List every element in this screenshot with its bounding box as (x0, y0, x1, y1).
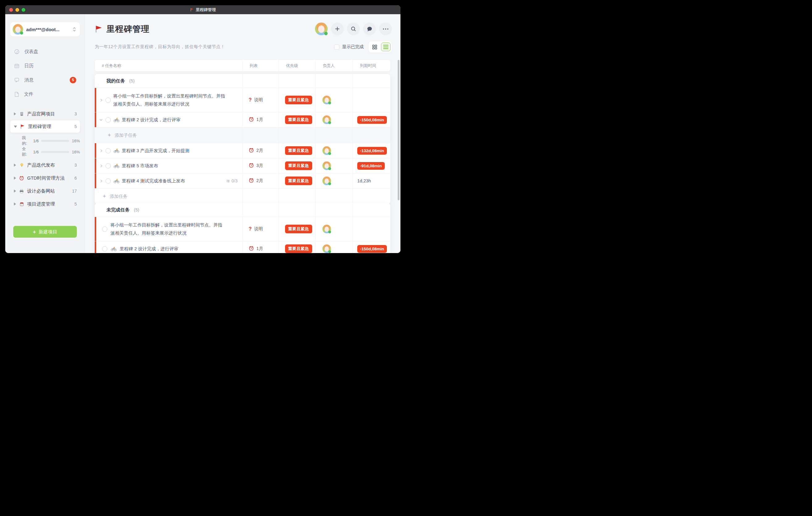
progress-percent: 16% (72, 150, 80, 154)
task-title: 里程碑 4 测试完成准备线上发布 (122, 177, 185, 185)
sidebar-item-messages[interactable]: 消息 5 (10, 73, 80, 87)
plus-icon (335, 26, 340, 32)
group-toggle[interactable]: 我的任务 (5) (95, 74, 242, 88)
group-toggle[interactable]: 未完成任务 (5) (95, 203, 242, 217)
task-row[interactable]: 里程碑 5 市场发布 3月 重要且紧急 -91d,08min (95, 158, 390, 173)
expand-arrow-icon[interactable] (14, 112, 16, 115)
chevron-down-icon[interactable] (99, 118, 103, 122)
task-row[interactable]: 里程碑 2 设计完成，进行评审 1月 重要且紧急 -150d,08min (95, 112, 390, 127)
project-label: GTD时间管理方法 (27, 175, 65, 181)
plus-icon: + (103, 193, 106, 200)
task-checkbox[interactable] (106, 148, 111, 153)
new-project-label: 新建项目 (38, 229, 57, 235)
progress-value: 1/6 (33, 150, 38, 154)
task-checkbox[interactable] (102, 227, 107, 232)
minimize-button[interactable] (16, 8, 19, 12)
group-count: (5) (129, 78, 135, 83)
sidebar-item-files[interactable]: 文件 (10, 87, 80, 101)
project-item-design-sites[interactable]: 设计必备网站 17 (10, 184, 80, 198)
new-project-button[interactable]: + 新建项目 (13, 226, 77, 238)
expand-arrow-icon[interactable] (14, 164, 16, 167)
task-checkbox[interactable] (106, 178, 111, 183)
show-completed-control[interactable]: 显示已完成 (334, 44, 364, 50)
page-header: 里程碑管理 (95, 24, 150, 34)
due-time-text: 1d,23h (357, 178, 371, 183)
app-window: 里程碑管理 adm***@doot... 仪表盘 日历 (5, 5, 401, 253)
chevron-right-icon[interactable] (99, 179, 103, 183)
maximize-button[interactable] (22, 8, 25, 12)
expand-arrow-icon[interactable] (14, 190, 16, 193)
cyclist-icon (111, 247, 117, 251)
vertical-scrollbar-thumb[interactable] (398, 60, 400, 200)
plus-icon: + (108, 132, 111, 139)
priority-badge: 重要且紧急 (285, 115, 312, 124)
task-checkbox[interactable] (106, 97, 111, 103)
close-button[interactable] (9, 8, 13, 12)
project-item-iteration[interactable]: 产品迭代发布 3 (10, 159, 80, 172)
project-item-schedule[interactable]: 项目进度管理 5 (10, 198, 80, 210)
expand-arrow-icon[interactable] (14, 202, 16, 205)
grid-view-button[interactable] (370, 42, 379, 51)
group-header: 我的任务 (5) (95, 74, 390, 88)
task-title: 里程碑 3 产品开发完成，开始提测 (122, 147, 190, 154)
column-header-list: 列表 (242, 60, 279, 71)
task-checkbox[interactable] (102, 246, 107, 252)
chevron-right-icon[interactable] (99, 164, 103, 168)
alarm-icon (249, 178, 254, 184)
add-subtask-row[interactable]: +添加子任务 (95, 127, 390, 143)
add-subtask-label: 添加子任务 (115, 133, 137, 138)
show-completed-label: 显示已完成 (342, 44, 364, 50)
task-row[interactable]: 里程碑 4 测试完成准备线上发布 0/3 2月 重要且紧急 1d,23h (95, 173, 390, 188)
collapse-arrow-icon[interactable] (14, 125, 17, 128)
chevron-right-icon[interactable] (99, 98, 103, 102)
progress-row-all: 全部: 1/6 16% (22, 146, 80, 157)
task-row[interactable]: 将小组一年工作目标拆解，设置出里程碑时间节点。并指派相关责任人。用标签来展示进行… (95, 88, 390, 112)
column-header-name: # 任务名称 (95, 60, 242, 71)
task-row[interactable]: 里程碑 3 产品开发完成，开始提测 2月 重要且紧急 -132d,08min (95, 143, 390, 158)
add-task-row[interactable]: +添加任务 (95, 188, 390, 204)
alarm-icon (19, 176, 24, 180)
group-count: (5) (134, 207, 139, 212)
chevron-right-icon[interactable] (99, 149, 103, 153)
assignee-avatar (322, 176, 331, 185)
red-flag-icon (95, 25, 103, 33)
task-checkbox[interactable] (106, 117, 111, 122)
task-row[interactable]: 将小组一年工作目标拆解，设置出里程碑时间节点。并指派相关责任人。用标签来展示进行… (95, 217, 390, 241)
task-list: 说明 (254, 226, 263, 232)
add-button[interactable] (331, 23, 344, 35)
list-view-button[interactable] (381, 42, 390, 51)
sidebar-item-dashboard[interactable]: 仪表盘 (10, 45, 80, 59)
sidebar-nav: 仪表盘 日历 消息 5 文件 (10, 45, 80, 101)
project-item-website[interactable]: 产品官网项目 3 (10, 107, 80, 120)
project-count: 5 (74, 202, 77, 206)
project-label: 产品官网项目 (27, 111, 55, 117)
sidebar-item-calendar[interactable]: 日历 (10, 59, 80, 73)
question-icon: ? (249, 97, 252, 103)
window-title: 里程碑管理 (196, 7, 216, 13)
more-button[interactable] (379, 23, 392, 35)
alarm-icon (249, 117, 254, 123)
current-user-avatar[interactable] (315, 23, 328, 35)
due-time-badge: -150d,08min (357, 245, 387, 253)
project-item-gtd[interactable]: GTD时间管理方法 6 (10, 172, 80, 184)
search-button[interactable] (347, 23, 360, 35)
project-label: 里程碑管理 (28, 124, 51, 130)
task-checkbox[interactable] (106, 163, 111, 169)
user-account-button[interactable]: adm***@doot... (10, 22, 80, 36)
show-completed-checkbox[interactable] (334, 45, 339, 50)
expand-arrow-icon[interactable] (14, 176, 16, 180)
progress-label: 我的: (22, 135, 31, 146)
user-avatar (13, 24, 23, 34)
progress-percent: 16% (72, 139, 80, 143)
sidebar-item-label: 仪表盘 (24, 49, 38, 55)
project-item-milestone-selected[interactable]: 里程碑管理 5 (10, 120, 80, 133)
online-status-dot (328, 250, 331, 253)
chat-button[interactable] (363, 23, 376, 35)
message-icon (14, 77, 20, 83)
red-flag-icon (20, 124, 25, 129)
priority-badge: 重要且紧急 (285, 162, 312, 170)
sidebar-item-label: 消息 (24, 77, 34, 83)
unread-count-badge: 5 (70, 77, 76, 83)
task-title: 将小组一年工作目标拆解，设置出里程碑时间节点。并指派相关责任人。用标签来展示进行… (113, 92, 228, 108)
task-row[interactable]: 里程碑 2 设计完成，进行评审 1月 重要且紧急 -150d,08min (95, 241, 390, 253)
